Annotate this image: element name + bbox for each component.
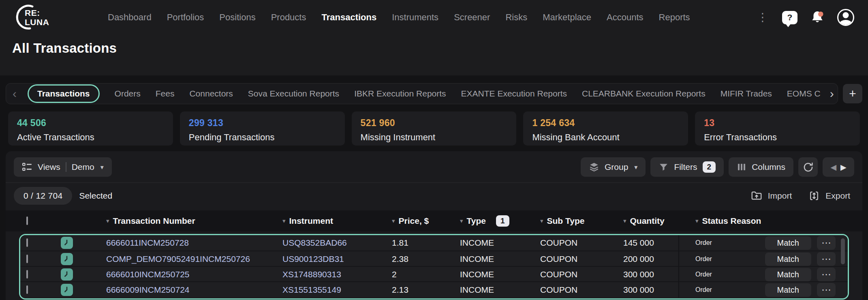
tab-clearbank-execution-reports[interactable]: CLEARBANK Execution Reports [582,89,706,99]
views-dropdown[interactable]: Views Demo ▾ [14,157,112,177]
instrument-link[interactable]: XS1748890313 [265,270,375,279]
tab-transactions[interactable]: Transactions [28,84,100,103]
stat-card-missing-instrument[interactable]: 521 960 Missing Instrument [352,111,517,146]
sub-type-cell: COUPON [523,254,606,264]
stats-row: 44 506 Active Transactions 299 313 Pendi… [8,111,860,146]
stat-card-error-transactions[interactable]: 13 Error Transactions [695,111,860,146]
tab-fees[interactable]: Fees [156,89,175,99]
triangle-left-icon: ◀ [830,163,836,172]
transaction-number-link[interactable]: 6666011INCM250728 [89,238,265,248]
tab-eoms[interactable]: EOMS C [787,89,821,99]
nav-item-screener[interactable]: Screener [454,12,490,23]
pending-clock-icon [61,253,73,265]
tab-orders[interactable]: Orders [115,89,141,99]
export-button[interactable]: Export [808,190,850,202]
column-header-quantity[interactable]: ▾ Quantity [606,216,678,226]
column-header-type[interactable]: ▾ Type 1 [443,215,523,227]
table-row[interactable]: 6666011INCM250728 USQ8352BAD66 1.81 INCO… [20,235,848,251]
import-export-group: Import Export [750,190,850,202]
import-button[interactable]: Import [750,190,792,202]
page-title: All Transactions [12,41,868,56]
tab-connectors[interactable]: Connectors [189,89,233,99]
columns-button[interactable]: Columns [729,157,793,177]
row-actions-button[interactable]: ⋯ [817,283,836,297]
tabs-scroll-right-icon[interactable]: › [830,88,834,100]
tab-ibkr-execution-reports[interactable]: IBKR Execution Reports [354,89,446,99]
column-header-price[interactable]: ▾ Price, $ [375,216,443,226]
row-checkbox[interactable] [26,270,28,279]
nav-item-reports[interactable]: Reports [659,12,690,23]
instrument-link[interactable]: US900123DB31 [265,254,375,264]
row-checkbox[interactable] [26,238,28,247]
transaction-number-link[interactable]: 6666010INCM250725 [89,270,265,279]
help-icon[interactable]: ? [782,11,797,24]
nav-item-risks[interactable]: Risks [505,12,527,23]
filters-button[interactable]: Filters 2 [650,157,724,177]
refresh-icon [803,162,814,173]
type-cell: INCOME [443,270,523,279]
stat-card-active-transactions[interactable]: 44 506 Active Transactions [8,111,173,146]
ellipsis-icon: ⋯ [821,237,831,249]
nav-item-products[interactable]: Products [271,12,306,23]
instrument-link[interactable]: XS1551355149 [265,285,375,295]
nav-item-dashboard[interactable]: Dashboard [108,12,152,23]
group-dropdown[interactable]: Group ▾ [581,157,646,177]
type-filter-count-badge: 1 [496,215,509,227]
export-label: Export [825,191,850,201]
table-row[interactable]: 6666010INCM250725 XS1748890313 2 INCOME … [20,266,848,281]
table-row[interactable]: 6666009INCM250724 XS1551355149 2.13 INCO… [20,281,848,297]
views-label: Views [38,162,60,172]
nav-item-portfolios[interactable]: Portfolios [167,12,204,23]
table-row[interactable]: COMP_DEMO79052491INCM250726 US900123DB31… [20,251,848,266]
transaction-number-link[interactable]: 6666009INCM250724 [89,285,265,295]
tab-mifir-trades[interactable]: MIFIR Trades [720,89,772,99]
row-actions-button[interactable]: ⋯ [817,252,836,266]
sort-caret-icon: ▾ [282,217,286,225]
stat-label: Missing Instrument [361,132,508,143]
column-header-transaction-number[interactable]: ▾ Transaction Number [89,216,265,226]
status-reason-text: Order [695,286,712,294]
add-tab-button[interactable]: + [843,84,862,103]
column-header-status-reason[interactable]: ▾ Status Reason [678,216,854,226]
nav-item-positions[interactable]: Positions [219,12,255,23]
nav-item-marketplace[interactable]: Marketplace [543,12,591,23]
nav-item-transactions[interactable]: Transactions [321,12,376,23]
column-header-instrument[interactable]: ▾ Instrument [265,216,375,226]
match-button[interactable]: Match [765,236,811,250]
stat-card-missing-bank-account[interactable]: 1 254 634 Missing Bank Account [523,111,688,146]
match-button[interactable]: Match [765,268,811,281]
nav-item-accounts[interactable]: Accounts [607,12,644,23]
import-label: Import [768,191,792,201]
tab-exante-execution-reports[interactable]: EXANTE Execution Reports [461,89,567,99]
folder-upload-icon [750,190,763,202]
transaction-number-link[interactable]: COMP_DEMO79052491INCM250726 [89,254,265,264]
tabs-scroll-left-icon[interactable]: ‹ [13,88,17,100]
quantity-cell: 300 000 [606,285,678,295]
stat-card-pending-transactions[interactable]: 299 313 Pending Transactions [180,111,345,146]
sort-caret-icon: ▾ [695,217,699,225]
match-button[interactable]: Match [765,283,811,297]
row-checkbox[interactable] [26,255,28,263]
select-all-checkbox[interactable] [26,216,28,225]
row-checkbox[interactable] [26,285,28,294]
row-actions-button[interactable]: ⋯ [817,236,836,250]
instrument-link[interactable]: USQ8352BAD66 [265,238,375,248]
status-reason-text: Order [695,239,712,246]
price-cell: 2.13 [375,285,443,295]
notifications-bell-icon[interactable] [810,10,825,25]
tabs-container: ‹ Transactions Orders Fees Connectors So… [6,83,838,104]
overflow-menu-icon[interactable]: ⋮ [755,12,770,23]
nav-item-instruments[interactable]: Instruments [392,12,438,23]
stat-label: Pending Transactions [189,132,336,143]
vertical-scrollbar-thumb[interactable] [841,238,845,264]
selection-count: 0 / 12 704 [14,187,72,205]
user-avatar-icon[interactable] [837,9,854,26]
match-button[interactable]: Match [765,253,811,266]
refresh-button[interactable] [798,157,818,177]
pan-columns-button[interactable]: ◀ ▶ [823,157,854,177]
stat-value: 13 [704,118,851,129]
column-header-sub-type[interactable]: ▾ Sub Type [523,216,606,226]
row-actions-button[interactable]: ⋯ [817,268,836,281]
tab-sova-execution-reports[interactable]: Sova Execution Reports [248,89,339,99]
chevron-down-icon: ▾ [634,163,637,171]
